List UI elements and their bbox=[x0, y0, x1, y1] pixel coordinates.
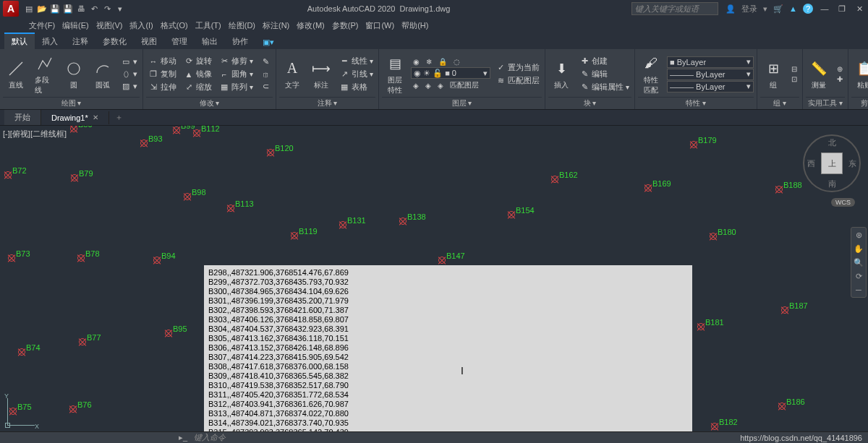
survey-point[interactable]: B93 bbox=[140, 139, 148, 147]
menu-tools[interactable]: 工具(T) bbox=[192, 19, 224, 33]
menu-modify[interactable]: 修改(M) bbox=[294, 19, 328, 33]
ellipse-button[interactable]: ⬯▾ bbox=[119, 69, 140, 80]
qat-plot-icon[interactable]: 🖶 bbox=[75, 3, 87, 14]
match-props-button[interactable]: 🖌特性 匹配 bbox=[638, 52, 664, 97]
compass-north[interactable]: 北 bbox=[828, 137, 836, 148]
survey-point[interactable]: B95 bbox=[164, 329, 173, 337]
tab-start[interactable]: 开始 bbox=[4, 110, 41, 125]
survey-point[interactable]: B98 bbox=[183, 192, 192, 201]
menu-help[interactable]: 帮助(H) bbox=[399, 19, 431, 33]
mtext-editor[interactable]: B298,,487321.906,3768514.476,67.869B299,… bbox=[204, 265, 692, 431]
cmd-chevron-icon[interactable]: ▸_ bbox=[178, 433, 188, 443]
layer-props-button[interactable]: ▤图层 特性 bbox=[382, 52, 408, 97]
command-line[interactable]: ▸_ 键入命令 bbox=[0, 431, 868, 443]
survey-point[interactable]: B138 bbox=[399, 217, 407, 225]
panel-prop-title[interactable]: 特性 ▾ bbox=[638, 97, 754, 109]
layer-off-icon[interactable]: ◌ bbox=[451, 57, 462, 66]
search-box[interactable]: 键入关键字或短语 bbox=[631, 2, 718, 15]
layer-b-icon[interactable]: ◈ bbox=[423, 79, 433, 91]
panel-draw-title[interactable]: 绘图 ▾ bbox=[3, 97, 140, 109]
group-b-icon[interactable]: ⊡ bbox=[789, 74, 799, 84]
a360-icon[interactable]: ▲ bbox=[789, 4, 797, 13]
nav-pan-icon[interactable]: ✋ bbox=[854, 244, 864, 254]
survey-point[interactable]: B77 bbox=[78, 337, 87, 346]
compass-top[interactable]: 上 bbox=[821, 152, 843, 174]
panel-clip-title[interactable]: 剪贴板 bbox=[851, 97, 868, 109]
arc-button[interactable]: 圆弧 bbox=[90, 57, 116, 92]
survey-point[interactable]: B112 bbox=[192, 129, 201, 137]
layer-freeze-icon[interactable]: ❄ bbox=[424, 57, 434, 66]
dimension-button[interactable]: ⟼标注 bbox=[308, 57, 334, 92]
edit-block-button[interactable]: ✎编辑 bbox=[577, 68, 631, 80]
paste-button[interactable]: 📋粘贴 bbox=[851, 57, 868, 92]
measure-button[interactable]: 📏测量 bbox=[806, 57, 832, 92]
menu-file[interactable]: 文件(F) bbox=[26, 19, 58, 33]
ribbon-tab-output[interactable]: 输出 bbox=[195, 34, 225, 49]
survey-point[interactable]: B181 bbox=[697, 322, 705, 331]
line-button[interactable]: 直线 bbox=[3, 57, 29, 92]
survey-point[interactable]: B169 bbox=[644, 184, 652, 192]
group-a-icon[interactable]: ⊟ bbox=[789, 64, 799, 74]
layer-match-button[interactable]: 匹配图层 bbox=[448, 79, 481, 91]
window-minimize-icon[interactable]: — bbox=[819, 4, 830, 14]
survey-point[interactable]: B187 bbox=[780, 306, 789, 314]
survey-point[interactable]: B119 bbox=[290, 231, 299, 240]
offset-button[interactable]: ⊂ bbox=[258, 81, 273, 93]
util-a-icon[interactable]: ⊕ bbox=[835, 64, 845, 74]
polyline-button[interactable]: 多段线 bbox=[32, 52, 58, 97]
survey-point[interactable]: B154 bbox=[507, 210, 516, 219]
layer-iso-icon[interactable]: ◉ bbox=[411, 57, 422, 66]
survey-point[interactable]: B79 bbox=[70, 173, 79, 182]
survey-point[interactable]: B180 bbox=[709, 232, 718, 241]
stretch-button[interactable]: ⇲拉伸 bbox=[146, 81, 179, 93]
panel-modify-title[interactable]: 修改 ▾ bbox=[146, 97, 273, 109]
nav-orbit-icon[interactable]: ⟳ bbox=[856, 272, 862, 281]
ribbon-tab-parametric[interactable]: 参数化 bbox=[95, 34, 134, 49]
panel-layer-title[interactable]: 图层 ▾ bbox=[382, 97, 542, 109]
survey-point[interactable]: B179 bbox=[689, 140, 698, 149]
survey-point[interactable]: B186 bbox=[778, 402, 786, 410]
menu-window[interactable]: 窗口(W) bbox=[362, 19, 397, 33]
linetype-dropdown[interactable]: ——— ByLayer▾ bbox=[667, 81, 754, 93]
color-dropdown[interactable]: ■ ByLayer▾ bbox=[667, 56, 754, 68]
window-close-icon[interactable]: ✕ bbox=[854, 4, 865, 14]
menu-dim[interactable]: 标注(N) bbox=[260, 19, 292, 33]
wcs-badge[interactable]: WCS bbox=[831, 198, 855, 207]
lineweight-dropdown[interactable]: ——— ByLayer▾ bbox=[667, 69, 754, 80]
panel-block-title[interactable]: 块 ▾ bbox=[548, 97, 631, 109]
survey-point[interactable]: B113 bbox=[226, 204, 235, 212]
linear-dim-button[interactable]: ━线性▾ bbox=[337, 55, 375, 67]
menu-edit[interactable]: 编辑(E) bbox=[59, 19, 92, 33]
panel-util-title[interactable]: 实用工具 ▾ bbox=[806, 97, 845, 109]
insert-block-button[interactable]: ⬇插入 bbox=[548, 57, 574, 92]
qat-new-icon[interactable]: ▤ bbox=[23, 3, 35, 14]
qat-saveas-icon[interactable]: 💾 bbox=[62, 3, 74, 14]
array-button[interactable]: ▦阵列▾ bbox=[217, 81, 255, 93]
tab-close-icon[interactable]: ✕ bbox=[93, 113, 98, 121]
move-button[interactable]: ↔移动 bbox=[146, 55, 179, 67]
qat-open-icon[interactable]: 📂 bbox=[36, 3, 48, 14]
layer-c-icon[interactable]: ◈ bbox=[435, 79, 446, 91]
ribbon-tab-insert[interactable]: 插入 bbox=[35, 34, 65, 49]
survey-point[interactable]: B120 bbox=[266, 148, 275, 157]
survey-point[interactable]: B76 bbox=[69, 405, 77, 413]
explode-button[interactable]: ⎅ bbox=[258, 69, 273, 80]
mirror-button[interactable]: ▲镜像 bbox=[182, 68, 214, 80]
layer-dropdown[interactable]: ◉ ☀ 🔓 ■ 0▾ bbox=[411, 67, 490, 79]
tab-new-button[interactable]: ＋ bbox=[109, 110, 129, 125]
ribbon-tab-manage[interactable]: 管理 bbox=[164, 34, 195, 49]
compass-south[interactable]: 南 bbox=[828, 179, 836, 189]
copy-button[interactable]: ❐复制 bbox=[146, 68, 179, 80]
leader-button[interactable]: ↗引线▾ bbox=[337, 68, 375, 80]
menu-format[interactable]: 格式(O) bbox=[158, 19, 191, 33]
panel-annot-title[interactable]: 注释 ▾ bbox=[279, 97, 375, 109]
layer-lock-icon[interactable]: 🔒 bbox=[436, 57, 449, 66]
menu-view[interactable]: 视图(V) bbox=[93, 19, 126, 33]
survey-point[interactable]: B94 bbox=[153, 256, 161, 264]
text-button[interactable]: A文字 bbox=[279, 57, 305, 92]
survey-point[interactable]: B78 bbox=[77, 254, 85, 262]
exchange-icon[interactable]: ▾ bbox=[763, 4, 767, 14]
ribbon-tab-annotate[interactable]: 注释 bbox=[65, 34, 95, 49]
hatch-button[interactable]: ▨▾ bbox=[119, 81, 140, 93]
compass-west[interactable]: 西 bbox=[807, 158, 815, 169]
